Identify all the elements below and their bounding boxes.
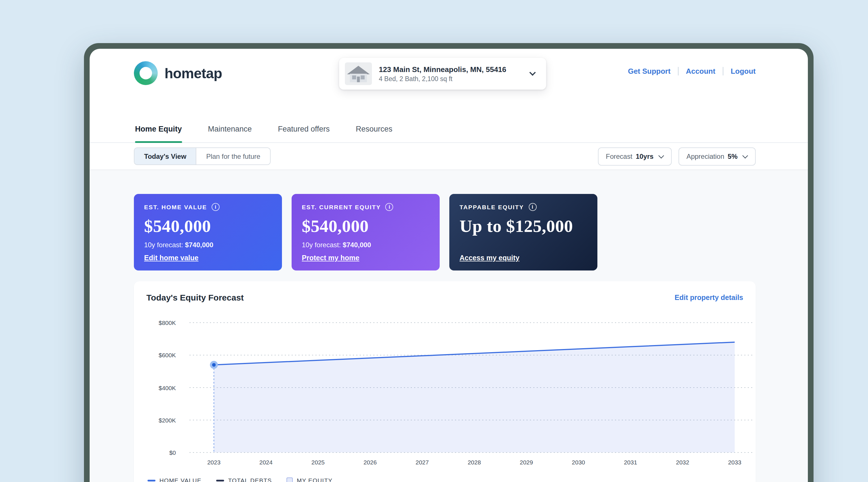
- view-toggle: Today's View Plan for the future: [134, 148, 271, 165]
- info-icon[interactable]: [212, 203, 220, 211]
- content-area: EST. HOME VALUE $540,000 10y forecast: $…: [90, 170, 808, 482]
- header-links: Get Support Account Logout: [628, 67, 756, 75]
- main-nav: Home Equity Maintenance Featured offers …: [90, 117, 808, 143]
- info-icon[interactable]: [528, 203, 536, 211]
- forecast-value: $740,000: [343, 241, 371, 249]
- tab-featured-offers[interactable]: Featured offers: [278, 117, 330, 142]
- home-value-line-marker: [148, 479, 155, 481]
- chart-legend: HOME VALUE TOTAL DEBTS MY EQUITY: [146, 477, 743, 482]
- access-my-equity-link[interactable]: Access my equity: [460, 254, 519, 262]
- legend-label: MY EQUITY: [297, 477, 333, 482]
- tappable-equity-amount: Up to $125,000: [460, 216, 587, 236]
- account-link[interactable]: Account: [686, 67, 715, 75]
- hometap-logo[interactable]: hometap: [134, 61, 222, 85]
- hometap-wordmark: hometap: [164, 65, 222, 82]
- chevron-down-icon: [529, 69, 535, 76]
- card-label-text: TAPPABLE EQUITY: [460, 203, 524, 211]
- appreciation-dropdown-value: 5%: [727, 152, 738, 160]
- divider: [678, 67, 679, 75]
- chevron-down-icon: [742, 153, 748, 158]
- chevron-down-icon: [658, 153, 664, 158]
- hometap-logo-icon: [134, 61, 158, 85]
- forecast-dropdown-value: 10yrs: [636, 152, 654, 160]
- legend-label: TOTAL DEBTS: [228, 477, 272, 482]
- edit-property-details-link[interactable]: Edit property details: [675, 293, 743, 301]
- chart-canvas: [189, 313, 754, 455]
- card-label: EST. CURRENT EQUITY: [302, 203, 430, 211]
- divider: [723, 67, 723, 75]
- toolbar: Today's View Plan for the future Forecas…: [90, 143, 808, 170]
- header: hometap 123 Main St,: [90, 49, 808, 117]
- forecast-label: 10y forecast:: [144, 241, 183, 249]
- legend-my-equity: MY EQUITY: [286, 477, 333, 482]
- card-label: EST. HOME VALUE: [144, 203, 272, 211]
- current-equity-amount: $540,000: [302, 216, 430, 236]
- info-icon[interactable]: [385, 203, 394, 211]
- appreciation-dropdown-label: Appreciation: [686, 152, 724, 160]
- legend-label: HOME VALUE: [159, 477, 202, 482]
- protect-my-home-link[interactable]: Protect my home: [302, 254, 360, 262]
- property-info: 123 Main St, Minneapolis, MN, 55416 4 Be…: [379, 65, 506, 82]
- chart-title: Today's Equity Forecast: [146, 293, 244, 302]
- todays-view-segment[interactable]: Today's View: [134, 148, 196, 164]
- tab-home-equity[interactable]: Home Equity: [135, 117, 182, 142]
- equity-forecast-chart[interactable]: $0$200K$400K$600K$800K 20232024202520262…: [146, 313, 743, 469]
- total-debts-line-marker: [216, 479, 224, 481]
- browser-frame: hometap 123 Main St,: [84, 43, 813, 482]
- tab-resources[interactable]: Resources: [356, 117, 392, 142]
- summary-cards: EST. HOME VALUE $540,000 10y forecast: $…: [134, 194, 756, 270]
- edit-home-value-link[interactable]: Edit home value: [144, 254, 198, 262]
- my-equity-area-marker: [286, 477, 293, 482]
- app-window: hometap 123 Main St,: [90, 49, 808, 482]
- forecast-line: 10y forecast: $740,000: [302, 241, 430, 249]
- property-address: 123 Main St, Minneapolis, MN, 55416: [379, 65, 506, 74]
- appreciation-dropdown[interactable]: Appreciation 5%: [679, 147, 756, 165]
- chart-header: Today's Equity Forecast Edit property de…: [146, 293, 743, 302]
- card-label-text: EST. CURRENT EQUITY: [302, 203, 381, 211]
- forecast-value: $740,000: [185, 241, 213, 249]
- est-current-equity-card: EST. CURRENT EQUITY $540,000 10y forecas…: [291, 194, 440, 270]
- est-home-value-card: EST. HOME VALUE $540,000 10y forecast: $…: [134, 194, 282, 270]
- house-photo: [345, 62, 372, 85]
- card-label: TAPPABLE EQUITY: [460, 203, 587, 211]
- forecast-dropdown-label: Forecast: [606, 152, 632, 160]
- legend-home-value: HOME VALUE: [148, 477, 202, 482]
- get-support-link[interactable]: Get Support: [628, 67, 671, 75]
- plan-future-segment[interactable]: Plan for the future: [196, 148, 270, 164]
- forecast-dropdown[interactable]: Forecast 10yrs: [598, 147, 672, 165]
- logout-link[interactable]: Logout: [731, 67, 756, 75]
- tab-maintenance[interactable]: Maintenance: [208, 117, 252, 142]
- property-selector[interactable]: 123 Main St, Minneapolis, MN, 55416 4 Be…: [339, 58, 546, 90]
- tappable-equity-card: TAPPABLE EQUITY Up to $125,000 Access my…: [449, 194, 597, 270]
- card-label-text: EST. HOME VALUE: [144, 203, 207, 211]
- property-details: 4 Bed, 2 Bath, 2,100 sq ft: [379, 75, 506, 82]
- y-axis-labels: $0$200K$400K$600K$800K: [146, 313, 182, 469]
- legend-total-debts: TOTAL DEBTS: [216, 477, 272, 482]
- forecast-line: 10y forecast: $740,000: [144, 241, 272, 249]
- page: hometap 123 Main St,: [0, 0, 868, 482]
- home-value-amount: $540,000: [144, 216, 272, 236]
- equity-forecast-card: Today's Equity Forecast Edit property de…: [134, 281, 756, 482]
- forecast-label: 10y forecast:: [302, 241, 341, 249]
